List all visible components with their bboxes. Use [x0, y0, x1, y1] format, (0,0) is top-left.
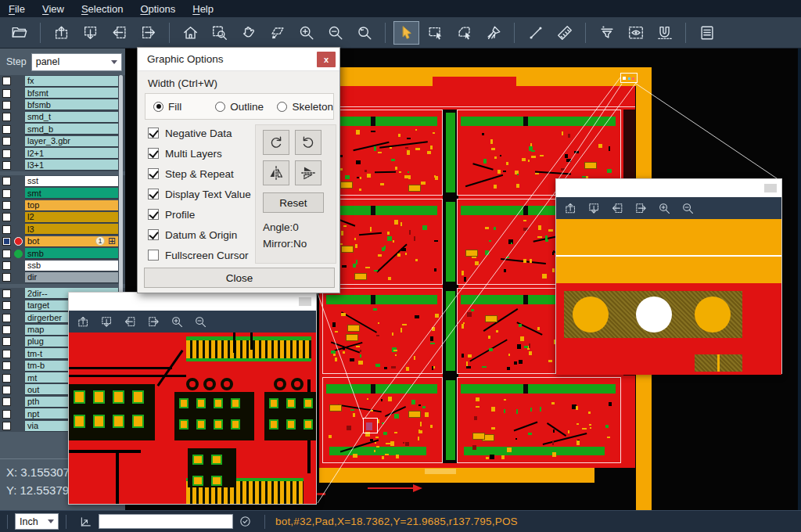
- pan-up-button[interactable]: [564, 202, 577, 215]
- clean-button[interactable]: [480, 21, 506, 45]
- layer-visibility-checkbox[interactable]: [2, 213, 11, 221]
- layer-visibility-checkbox[interactable]: [2, 77, 11, 85]
- flip-horizontal-button[interactable]: [263, 160, 289, 185]
- pan-up-button[interactable]: [77, 315, 90, 329]
- zoom-in-button[interactable]: [658, 202, 671, 215]
- layer-visibility-checkbox[interactable]: [2, 189, 11, 198]
- popup-title-bar[interactable]: [69, 293, 316, 311]
- radio-fill[interactable]: Fill: [153, 101, 207, 113]
- pan-down-button[interactable]: [587, 202, 601, 215]
- layer-row-sst[interactable]: sst: [0, 175, 125, 187]
- layer-chip[interactable]: top: [25, 200, 118, 211]
- zoom-in-button[interactable]: [293, 21, 319, 45]
- layer-visibility-checkbox[interactable]: [2, 113, 11, 121]
- pan-right-button[interactable]: [135, 21, 161, 45]
- layer-manager-button[interactable]: [694, 21, 720, 45]
- step-select[interactable]: panel: [31, 53, 122, 71]
- layer-visibility-checkbox[interactable]: [2, 350, 11, 358]
- measure-distance-button[interactable]: [523, 21, 548, 45]
- layer-visibility-checkbox[interactable]: [2, 386, 11, 394]
- selection-filter-button[interactable]: [594, 21, 620, 45]
- layer-row-bfsmb[interactable]: bfsmb: [0, 99, 125, 111]
- layer-visibility-checkbox[interactable]: [2, 250, 11, 258]
- layer-chip[interactable]: l3+1: [25, 160, 118, 171]
- rotate-ccw-button[interactable]: [295, 130, 321, 155]
- layer-visibility-checkbox[interactable]: [2, 89, 11, 98]
- layer-row-bot[interactable]: bot1⊞: [0, 235, 125, 247]
- menu-view[interactable]: View: [34, 0, 73, 17]
- layer-chip[interactable]: smb: [25, 248, 118, 259]
- layer-visibility-checkbox[interactable]: [2, 261, 11, 270]
- layer-row-smd_t[interactable]: smd_t: [0, 111, 125, 123]
- layer-row-layer_3.gbr[interactable]: layer_3.gbr: [0, 135, 125, 147]
- select-button[interactable]: [393, 21, 419, 45]
- command-input[interactable]: [99, 514, 233, 529]
- zoom-window-button[interactable]: [207, 21, 232, 45]
- layer-visibility-checkbox[interactable]: [2, 301, 11, 310]
- layer-visibility-checkbox[interactable]: [2, 137, 11, 146]
- zoom-out-button[interactable]: [681, 202, 695, 215]
- popup-title-bar[interactable]: [556, 179, 781, 197]
- layer-chip[interactable]: bot1⊞: [25, 236, 118, 247]
- unit-select[interactable]: Inch: [15, 513, 59, 530]
- layer-chip[interactable]: dir: [25, 272, 118, 283]
- layer-chip[interactable]: layer_3.gbr: [25, 136, 118, 147]
- pcb-zoom-view[interactable]: [69, 332, 316, 504]
- pan-view-button[interactable]: [235, 21, 261, 45]
- dialog-close-action-button[interactable]: Close: [144, 268, 335, 288]
- select-rectangle-button[interactable]: [422, 21, 448, 45]
- layer-visibility-checkbox[interactable]: [2, 410, 11, 419]
- open-file-button[interactable]: [6, 21, 32, 45]
- layer-chip[interactable]: fx: [25, 76, 118, 87]
- layer-visibility-checkbox[interactable]: [2, 237, 11, 246]
- layer-visibility-checkbox[interactable]: [2, 273, 11, 282]
- layer-row-top[interactable]: top: [0, 200, 125, 211]
- layer-row-fx[interactable]: fx: [0, 75, 125, 87]
- checkbox-datum-origin[interactable]: Datum & Origin: [148, 225, 257, 245]
- object-visibility-button[interactable]: [623, 21, 648, 45]
- checkbox-step-repeat[interactable]: Step & Repeat: [148, 164, 257, 184]
- flip-vertical-button[interactable]: [295, 160, 321, 185]
- layer-chip[interactable]: bfsmb: [25, 99, 118, 110]
- layer-row-l3[interactable]: l3: [0, 224, 125, 235]
- layer-row-smd_b[interactable]: smd_b: [0, 124, 125, 135]
- layer-row-l3+1[interactable]: l3+1: [0, 160, 125, 171]
- layer-row-l2[interactable]: l2: [0, 211, 125, 223]
- status-check-icon[interactable]: [239, 515, 252, 528]
- pan-right-button[interactable]: [634, 202, 648, 215]
- pan-left-button[interactable]: [611, 202, 624, 215]
- layer-visibility-checkbox[interactable]: [2, 325, 11, 334]
- layer-visibility-checkbox[interactable]: [2, 125, 11, 134]
- checkbox-fullscreen-cursor[interactable]: Fullscreen Cursor: [148, 245, 257, 265]
- layer-visibility-checkbox[interactable]: [2, 422, 11, 430]
- reset-button[interactable]: Reset: [263, 192, 324, 213]
- checkbox-multi-layers[interactable]: Multi Layers: [148, 143, 257, 164]
- menu-help[interactable]: Help: [184, 0, 222, 17]
- popup-minimize-button[interactable]: [764, 184, 777, 192]
- layer-chip[interactable]: smt: [25, 188, 118, 199]
- drag-zoom-button[interactable]: [264, 21, 290, 45]
- zoom-out-button[interactable]: [322, 21, 348, 45]
- menu-options[interactable]: Options: [131, 0, 184, 17]
- layer-visibility-checkbox[interactable]: [2, 177, 11, 185]
- layer-visibility-checkbox[interactable]: [2, 361, 11, 370]
- pan-right-button[interactable]: [147, 315, 160, 329]
- layer-chip[interactable]: l2+1: [25, 148, 118, 159]
- layer-visibility-checkbox[interactable]: [2, 225, 11, 234]
- layer-chip[interactable]: sst: [25, 176, 118, 187]
- radio-skeleton[interactable]: Skeleton: [277, 101, 333, 113]
- checkbox-profile[interactable]: Profile: [148, 204, 257, 225]
- layer-visibility-checkbox[interactable]: [2, 374, 11, 383]
- snap-button[interactable]: [652, 21, 677, 45]
- layer-visibility-checkbox[interactable]: [2, 289, 11, 298]
- layer-visibility-checkbox[interactable]: [2, 161, 11, 170]
- layer-visibility-checkbox[interactable]: [2, 397, 11, 406]
- pcb-zoom-view[interactable]: [556, 219, 781, 375]
- measure-ruler-button[interactable]: [551, 21, 577, 45]
- zoom-out-button[interactable]: [194, 315, 207, 329]
- layer-visibility-checkbox[interactable]: [2, 149, 11, 158]
- zoom-home-button[interactable]: [178, 21, 203, 45]
- checkbox-negative-data[interactable]: Negative Data: [148, 123, 257, 143]
- layer-row-ssb[interactable]: ssb: [0, 260, 125, 271]
- pan-left-button[interactable]: [106, 21, 132, 45]
